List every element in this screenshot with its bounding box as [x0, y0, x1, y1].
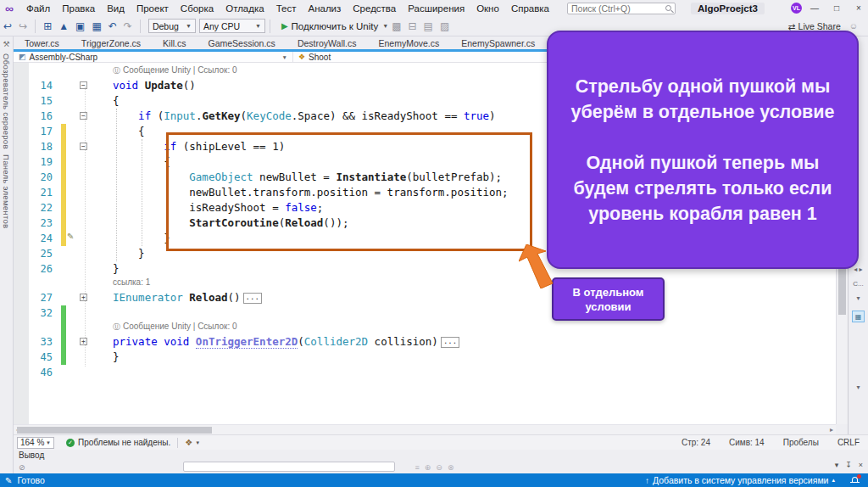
- code-text[interactable]: IEnumerator Reload()...: [113, 290, 262, 305]
- code-text[interactable]: void Update(): [113, 78, 196, 93]
- chevron-down-icon[interactable]: ▾: [849, 383, 868, 391]
- notifications-bell-icon[interactable]: [850, 476, 860, 485]
- scroll-right-icon[interactable]: ▸: [830, 426, 833, 434]
- menu-item[interactable]: Вид: [101, 3, 131, 14]
- pin-icon[interactable]: ↧: [845, 461, 852, 469]
- navigate-symbol-icon[interactable]: ▨: [440, 20, 449, 32]
- sidebar-item-server-explorer[interactable]: Обозреватель серверов: [2, 53, 11, 149]
- avatar[interactable]: VL: [791, 3, 802, 14]
- menu-item[interactable]: Справка: [505, 3, 555, 14]
- code-cleanup-icon[interactable]: ❖: [185, 438, 192, 447]
- search-input[interactable]: Поиск (Ctrl+Q): [567, 3, 676, 14]
- output-clear-icon[interactable]: ≡: [415, 463, 420, 472]
- document-tab[interactable]: Kill.cs: [152, 38, 197, 48]
- annotation-mini-label: В отдельном условии: [552, 277, 665, 321]
- zoom-level-dropdown[interactable]: 164 % ▼: [17, 437, 54, 449]
- document-tab[interactable]: DestroyWall.cs: [287, 38, 368, 48]
- menu-item[interactable]: Окно: [470, 3, 505, 14]
- solution-explorer-panel-icon[interactable]: ▦: [852, 311, 865, 322]
- navigate-back-icon[interactable]: ↩: [3, 20, 12, 32]
- menu-item[interactable]: Средства: [347, 3, 402, 14]
- editor-status-row: 164 % ▼ ✓ Проблемы не найдены. ❖ ▼ Стр: …: [14, 434, 868, 450]
- document-tab[interactable]: Tower.cs: [14, 38, 70, 48]
- code-text[interactable]: if (Input.GetKey(KeyCode.Space) && isRea…: [113, 109, 496, 124]
- toolbar-separator: [270, 20, 270, 33]
- save-all-icon[interactable]: ▦: [92, 20, 101, 32]
- menu-item[interactable]: Проект: [131, 3, 175, 14]
- attach-to-unity-button[interactable]: ▶ Подключить к Unity ▼: [281, 21, 388, 31]
- close-button[interactable]: ×: [849, 2, 868, 14]
- live-share-button[interactable]: ⇄ Live Share: [788, 21, 841, 31]
- chevron-down-icon[interactable]: ▾: [849, 294, 868, 302]
- output-panel-header: Вывод: [14, 450, 868, 461]
- document-tab[interactable]: GameSession.cs: [198, 38, 287, 48]
- collapsed-panel-tab[interactable]: С...: [849, 280, 868, 288]
- configuration-dropdown[interactable]: Debug ▼: [148, 19, 196, 33]
- document-tab[interactable]: EnemySpawner.cs: [450, 38, 546, 48]
- symbol-dropdown[interactable]: ❖ Shoot: [293, 52, 336, 62]
- output-panel-toolbar: ⊘ ≡ ⊕ ⊖ ⊗ ▾ ↧ ×: [14, 461, 868, 473]
- menu-item[interactable]: Сборка: [175, 3, 220, 14]
- code-text[interactable]: }: [113, 246, 145, 261]
- code-text[interactable]: {: [113, 124, 145, 139]
- menu-item[interactable]: Тест: [270, 3, 303, 14]
- add-to-source-control-button[interactable]: Добавить в систему управления версиями: [653, 475, 828, 485]
- collapse-region-icon[interactable]: −: [80, 112, 87, 120]
- document-tab[interactable]: EnemyMove.cs: [368, 38, 451, 48]
- change-bar-saved: [61, 334, 66, 350]
- redo-icon[interactable]: ↷: [124, 20, 132, 32]
- unity-message-icon: Ⓤ: [113, 66, 120, 75]
- menu-item[interactable]: Правка: [56, 3, 101, 14]
- menu-item[interactable]: Расширения: [402, 3, 470, 14]
- line-ending-indicator[interactable]: CRLF: [837, 438, 860, 447]
- horizontal-scrollbar-thumb[interactable]: [17, 427, 212, 434]
- vertical-scrollbar-thumb[interactable]: [838, 269, 846, 315]
- output-wrap-icon[interactable]: ⊕: [425, 463, 431, 472]
- line-number: 19: [14, 154, 53, 170]
- document-tab[interactable]: TriggerZone.cs: [70, 38, 152, 48]
- code-text[interactable]: }: [113, 261, 120, 277]
- collapsed-region-box[interactable]: ...: [243, 293, 262, 304]
- feedback-icon[interactable]: ☺: [849, 21, 858, 31]
- codelens-text[interactable]: ⓊСообщение Unity | Ссылок: 0: [113, 322, 237, 333]
- codelens-text[interactable]: ⓊСообщение Unity | Ссылок: 0: [113, 65, 237, 76]
- collapse-region-icon[interactable]: −: [80, 81, 87, 89]
- solution-explorer-sync-icon[interactable]: ⊟: [409, 20, 417, 32]
- code-text[interactable]: {: [113, 93, 120, 109]
- chevron-down-icon[interactable]: ▾: [835, 461, 839, 469]
- collapsed-region-box[interactable]: ...: [441, 337, 459, 348]
- codelens-text[interactable]: ссылка: 1: [113, 277, 150, 287]
- hot-reload-icon[interactable]: ▩: [392, 20, 401, 32]
- sidebar-item-toolbox[interactable]: Панель элементов: [2, 154, 11, 228]
- menu-item[interactable]: Анализ: [302, 3, 347, 14]
- output-source-dropdown[interactable]: [183, 462, 395, 472]
- platform-dropdown[interactable]: Any CPU ▼: [199, 19, 265, 33]
- maximize-button[interactable]: □: [827, 2, 846, 14]
- navigate-forward-icon[interactable]: ↪: [19, 20, 27, 32]
- code-text[interactable]: }: [113, 350, 120, 365]
- cursor-column-indicator[interactable]: Симв: 14: [729, 438, 765, 447]
- no-problems-icon: ✓: [66, 439, 75, 447]
- undo-icon[interactable]: ↶: [108, 20, 117, 32]
- collapse-region-icon[interactable]: −: [80, 143, 87, 150]
- output-panel-title[interactable]: Вывод: [19, 451, 44, 460]
- output-delete-icon[interactable]: ⊗: [448, 463, 454, 472]
- spaces-indicator[interactable]: Пробелы: [783, 438, 819, 447]
- code-text[interactable]: private void OnTriggerEnter2D(Collider2D…: [113, 334, 459, 350]
- expand-region-icon[interactable]: +: [80, 294, 87, 301]
- output-source-icon[interactable]: ⊘: [19, 463, 25, 472]
- zoom-level-value: 164 %: [20, 438, 44, 447]
- open-file-icon[interactable]: ▲: [58, 20, 69, 32]
- find-in-files-icon[interactable]: ▤: [424, 20, 433, 32]
- menu-item[interactable]: Файл: [20, 3, 56, 14]
- menu-item[interactable]: Отладка: [220, 3, 270, 14]
- close-icon[interactable]: ×: [859, 461, 863, 469]
- save-icon[interactable]: ▣: [75, 20, 85, 32]
- cursor-line-indicator[interactable]: Стр: 24: [682, 438, 710, 447]
- horizontal-scrollbar[interactable]: ◂ ▸: [14, 424, 836, 434]
- new-file-icon[interactable]: ⊞: [43, 20, 52, 32]
- expand-region-icon[interactable]: +: [80, 338, 87, 345]
- minimize-button[interactable]: —: [805, 2, 824, 14]
- output-lock-icon[interactable]: ⊖: [436, 463, 442, 472]
- project-dropdown[interactable]: ◩ Assembly-CSharp ▼: [14, 52, 293, 62]
